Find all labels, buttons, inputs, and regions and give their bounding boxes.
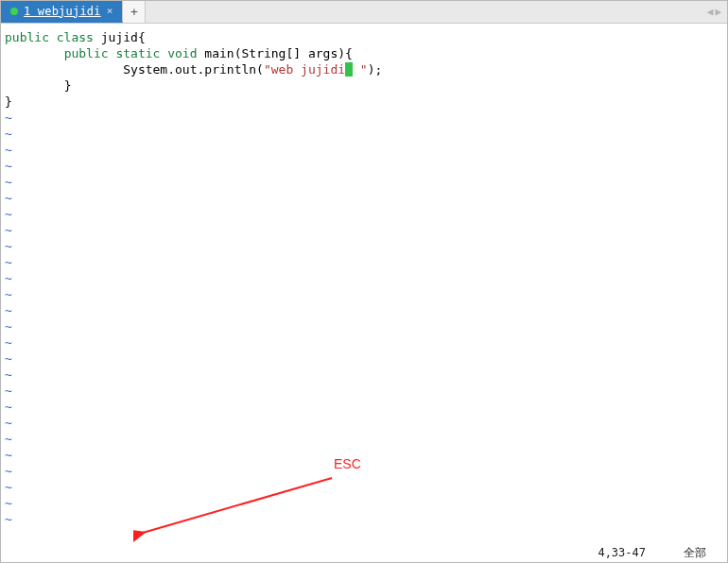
empty-line-tilde: ~ bbox=[5, 431, 723, 447]
close-icon[interactable]: × bbox=[107, 5, 113, 17]
text-cursor bbox=[345, 62, 353, 77]
empty-line-tilde: ~ bbox=[5, 479, 723, 495]
empty-line-tilde: ~ bbox=[5, 238, 723, 254]
editor-window: 1 webjujidi × + ◀ ▶ public class jujid{ … bbox=[0, 0, 728, 563]
tab-bar: 1 webjujidi × + ◀ ▶ bbox=[1, 1, 727, 24]
tab-webjujidi[interactable]: 1 webjujidi × bbox=[1, 1, 123, 23]
empty-line-tilde: ~ bbox=[5, 334, 723, 350]
empty-line-tilde: ~ bbox=[5, 383, 723, 399]
code-line: } bbox=[5, 94, 723, 110]
tab-nav-right-icon[interactable]: ▶ bbox=[715, 6, 721, 18]
empty-line-tilde: ~ bbox=[5, 158, 723, 174]
tab-nav-arrows: ◀ ▶ bbox=[707, 1, 721, 23]
empty-line-tilde: ~ bbox=[5, 302, 723, 318]
empty-line-tilde: ~ bbox=[5, 367, 723, 383]
tab-label: 1 webjujidi bbox=[24, 5, 101, 18]
annotation-label: ESC bbox=[334, 456, 361, 472]
tab-nav-left-icon[interactable]: ◀ bbox=[707, 6, 714, 18]
empty-line-tilde: ~ bbox=[5, 206, 723, 222]
empty-line-tilde: ~ bbox=[5, 254, 723, 270]
empty-line-tilde: ~ bbox=[5, 126, 723, 142]
empty-line-tilde: ~ bbox=[5, 350, 723, 367]
cursor-position: 4,33-47 bbox=[598, 546, 646, 559]
empty-line-tilde: ~ bbox=[5, 110, 723, 126]
empty-line-tilde: ~ bbox=[5, 463, 723, 479]
empty-line-tilde: ~ bbox=[5, 415, 723, 431]
empty-line-tilde: ~ bbox=[5, 318, 723, 334]
code-editor[interactable]: public class jujid{ public static void m… bbox=[1, 24, 727, 543]
empty-line-tilde: ~ bbox=[5, 399, 723, 415]
code-line: public static void main(String[] args){ bbox=[5, 45, 723, 61]
code-line: System.out.println("web jujidi "); bbox=[5, 61, 723, 77]
empty-line-tilde: ~ bbox=[5, 286, 723, 302]
svg-line-0 bbox=[143, 478, 332, 533]
scope-label: 全部 bbox=[684, 545, 706, 561]
empty-line-tilde: ~ bbox=[5, 270, 723, 286]
new-tab-button[interactable]: + bbox=[123, 1, 146, 23]
empty-line-tilde: ~ bbox=[5, 222, 723, 238]
code-line: public class jujid{ bbox=[5, 29, 723, 45]
modified-dot-icon bbox=[10, 8, 18, 15]
code-line: } bbox=[5, 77, 723, 94]
empty-line-tilde: ~ bbox=[5, 190, 723, 206]
empty-line-tilde: ~ bbox=[5, 447, 723, 463]
empty-line-tilde: ~ bbox=[5, 142, 723, 158]
empty-line-tilde: ~ bbox=[5, 495, 723, 511]
annotation-arrow-icon bbox=[133, 472, 341, 543]
empty-line-tilde: ~ bbox=[5, 174, 723, 190]
empty-line-tilde: ~ bbox=[5, 511, 723, 527]
status-bar: 4,33-47 全部 bbox=[1, 543, 727, 562]
